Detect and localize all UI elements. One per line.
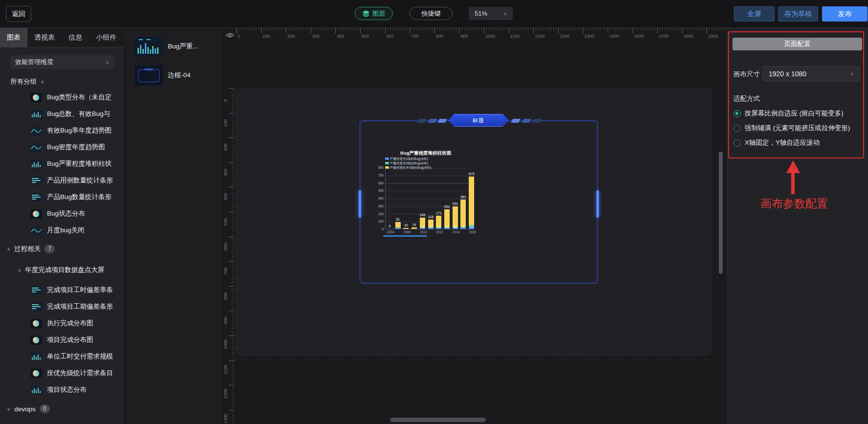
eye-visibility-icon[interactable] bbox=[225, 31, 235, 39]
layers-icon bbox=[363, 10, 369, 17]
chart-list-item[interactable]: 产品Bug数量统计条形 bbox=[30, 192, 122, 202]
fit-option-x-fixed[interactable]: X轴固定，Y轴自适应滚动 bbox=[733, 138, 820, 147]
chart-item-label: 完成项目工期偏差条形 bbox=[47, 302, 113, 311]
datazoom-slider[interactable] bbox=[383, 235, 427, 237]
chart-item-label: Bug类型分布（未自定 bbox=[47, 93, 112, 102]
sidebar-tabs: 图表 透视表 信息 小组件 bbox=[0, 28, 125, 47]
shortcuts-button[interactable]: 快捷键 bbox=[410, 7, 453, 20]
chevron-down-icon: ∨ bbox=[7, 406, 10, 412]
group-count-badge: 0 bbox=[40, 404, 50, 413]
group-count-badge: 7 bbox=[45, 245, 55, 253]
bar-chart-icon bbox=[30, 385, 42, 395]
annotation-arrow bbox=[786, 160, 800, 173]
page-config-panel: 页面配置 画布尺寸 1920 x 1080 ∨ 适配方式 按屏幕比例自适应 (留… bbox=[726, 28, 868, 424]
dashboard-designer-app: 返回 图层 快捷键 51% ∨ 全屏 存为草稿 发布 图表 透视表 信息 小组件… bbox=[0, 0, 868, 424]
chart-item-label: Bug状态分布 bbox=[47, 209, 85, 218]
widget-title-badge[interactable]: 标题 bbox=[448, 114, 509, 127]
vertical-ruler: 0100200300400500600700800900100011001200… bbox=[223, 41, 234, 424]
chart-list-item[interactable]: 按优先级统计需求条目 bbox=[30, 368, 122, 379]
chart-list-item[interactable]: 产品用例数量统计条形 bbox=[30, 175, 122, 186]
fit-option-label: 强制铺满 (元素可能挤压或拉伸变形) bbox=[745, 124, 850, 133]
fit-option-label: X轴固定，Y轴自适应滚动 bbox=[745, 138, 820, 147]
legend-swatch-level1 bbox=[385, 157, 389, 160]
chart-list-item[interactable]: Bug总数、有效Bug与 bbox=[30, 109, 122, 119]
back-button[interactable]: 返回 bbox=[6, 6, 31, 22]
horizontal-bar-chart-icon bbox=[30, 176, 42, 185]
canvas-size-select[interactable]: 1920 x 1080 ∨ bbox=[762, 66, 860, 81]
zoom-level-value: 51% bbox=[475, 10, 487, 17]
border-deco bbox=[522, 119, 532, 123]
chart-list-item[interactable]: 项目状态分布 bbox=[30, 384, 122, 395]
chart-list-item[interactable]: 项目完成分布图 bbox=[30, 335, 122, 345]
chart-list-item[interactable]: 执行完成分布图 bbox=[30, 318, 122, 329]
dimension-select-value: 效能管理维度 bbox=[15, 58, 53, 67]
tab-charts[interactable]: 图表 bbox=[0, 28, 27, 47]
line-chart-icon bbox=[30, 143, 42, 152]
group-devops[interactable]: ∨ devops 0 bbox=[7, 404, 50, 413]
widget-badge-label: 标题 bbox=[473, 117, 484, 124]
subgroup-annual-projects[interactable]: ∧ 年度完成项目数据盘点大屏 bbox=[18, 266, 104, 274]
horizontal-ruler: 0100200300400500600700800900100011001200… bbox=[234, 28, 726, 41]
dimension-select[interactable]: 效能管理维度 ∨ bbox=[10, 55, 114, 69]
pie-chart-icon bbox=[30, 369, 42, 378]
radio-icon[interactable] bbox=[733, 125, 741, 132]
chart-list-item[interactable]: 完成项目工期偏差条形 bbox=[30, 301, 122, 312]
canvas-area[interactable]: 0100200300400500600700800900100011001200… bbox=[223, 28, 726, 424]
publish-button[interactable]: 发布 bbox=[822, 6, 868, 22]
chart-list-item[interactable]: 月度bug关闭 bbox=[30, 225, 122, 236]
fit-option-force-fill[interactable]: 强制铺满 (元素可能挤压或拉伸变形) bbox=[733, 124, 850, 133]
pie-chart-icon bbox=[30, 209, 42, 219]
radio-icon[interactable] bbox=[733, 139, 741, 147]
chart-item-label: 按优先级统计需求条目 bbox=[47, 369, 113, 378]
chart-list-item[interactable]: Bug严重程度堆积柱状 bbox=[30, 158, 122, 169]
chevron-down-icon: ∨ bbox=[106, 60, 109, 65]
chevron-down-icon: ∨ bbox=[850, 71, 854, 76]
placed-element-chart[interactable]: Bug严重... bbox=[135, 36, 198, 57]
chevron-up-icon: ∧ bbox=[18, 268, 21, 273]
group-process-related[interactable]: ∧ 过程相关 7 bbox=[7, 245, 55, 253]
placed-element-border[interactable]: 边框-04 bbox=[135, 65, 191, 86]
canvas-horizontal-scrollbar[interactable] bbox=[390, 418, 486, 422]
chart-item-label: 有效Bug率年度趋势图 bbox=[47, 126, 112, 135]
border-deco bbox=[532, 119, 543, 123]
canvas-vertical-scrollbar[interactable] bbox=[719, 152, 723, 274]
group-label: 过程相关 bbox=[14, 245, 41, 253]
horizontal-bar-chart-icon bbox=[30, 193, 42, 202]
chart-list-item[interactable]: 有效Bug率年度趋势图 bbox=[30, 125, 122, 136]
fullscreen-button[interactable]: 全屏 bbox=[734, 6, 775, 22]
chart-list-item[interactable]: Bug密度年度趋势图 bbox=[30, 142, 122, 153]
chart-list-item[interactable]: Bug状态分布 bbox=[30, 208, 122, 219]
border-deco bbox=[417, 119, 427, 123]
annotation-text: 画布参数配置 bbox=[726, 196, 862, 211]
fit-option-auto-scale[interactable]: 按屏幕比例自适应 (留白可能变多) bbox=[733, 109, 844, 118]
placed-element-label: Bug严重... bbox=[168, 42, 198, 51]
top-toolbar: 返回 图层 快捷键 51% ∨ 全屏 存为草稿 发布 bbox=[0, 0, 868, 28]
chart-list-item[interactable]: Bug类型分布（未自定 bbox=[30, 92, 122, 103]
chart-thumbnail bbox=[135, 36, 163, 57]
chart-list-item[interactable]: 单位工时交付需求规模 bbox=[30, 351, 122, 362]
chart-item-label: Bug总数、有效Bug与 bbox=[47, 110, 110, 118]
legend-swatch-level2 bbox=[385, 162, 389, 164]
legend-label: 严重程度为2级的Bug(求和) bbox=[390, 161, 428, 165]
placed-elements-panel: Bug严重... 边框-04 bbox=[125, 28, 223, 424]
bar-chart-icon bbox=[30, 159, 42, 169]
stacked-bar-chart[interactable]: Bug严重程度堆积柱状图 严重程度为1级的Bug(求和) 严重程度为2级的Bug… bbox=[372, 150, 479, 237]
radio-icon[interactable] bbox=[733, 110, 741, 117]
group-label: devops bbox=[14, 405, 36, 413]
tab-pivot[interactable]: 透视表 bbox=[27, 28, 62, 47]
chart-list-item[interactable]: 完成项目工时偏差率条 bbox=[30, 285, 122, 295]
save-draft-button[interactable]: 存为草稿 bbox=[778, 6, 818, 22]
chart-item-label: 完成项目工时偏差率条 bbox=[47, 286, 113, 294]
tab-widgets[interactable]: 小组件 bbox=[89, 28, 123, 47]
chart-item-label: 月度bug关闭 bbox=[47, 226, 85, 235]
page-config-header[interactable]: 页面配置 bbox=[732, 38, 862, 50]
horizontal-bar-chart-icon bbox=[30, 286, 42, 295]
bar-chart-icon bbox=[30, 110, 42, 119]
border-widget[interactable]: 标题 Bug严重程度堆积柱状图 严重程度为1级的Bug(求和) 严重程度为2级的… bbox=[360, 120, 598, 284]
all-groups-toggle[interactable]: 所有分组 ∨ bbox=[10, 77, 44, 86]
zoom-level-select[interactable]: 51% ∨ bbox=[469, 7, 513, 20]
legend-label: 严重程度为1级的Bug(求和) bbox=[390, 156, 428, 161]
layers-button[interactable]: 图层 bbox=[355, 7, 393, 20]
tab-info[interactable]: 信息 bbox=[62, 28, 89, 47]
pie-chart-icon bbox=[30, 319, 42, 328]
